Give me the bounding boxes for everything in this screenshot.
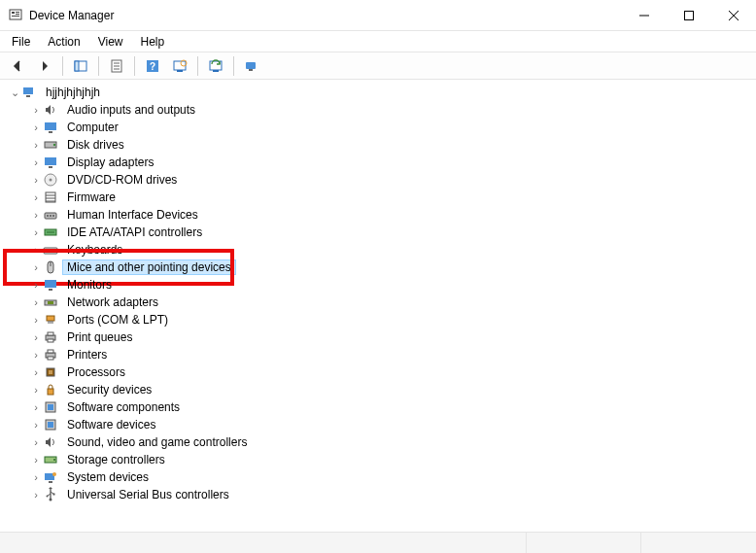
- mouse-icon: [43, 259, 58, 275]
- tree-item[interactable]: ›Audio inputs and outputs: [29, 101, 748, 119]
- expand-toggle-icon[interactable]: ⌄: [8, 86, 21, 99]
- svg-rect-58: [48, 339, 53, 342]
- chevron-right-icon[interactable]: ›: [29, 174, 43, 186]
- speaker-icon: [43, 434, 58, 450]
- chevron-right-icon[interactable]: ›: [29, 436, 43, 448]
- devices-button[interactable]: [240, 55, 263, 77]
- tree-item[interactable]: ›Mice and other pointing devices: [29, 259, 748, 276]
- svg-rect-60: [48, 350, 53, 353]
- tree-item[interactable]: ›System devices: [29, 468, 748, 486]
- chevron-right-icon[interactable]: ›: [29, 401, 43, 413]
- chevron-right-icon[interactable]: ›: [29, 244, 43, 256]
- tree-item[interactable]: ›Ports (COM & LPT): [29, 311, 748, 328]
- svg-rect-4: [12, 16, 19, 17]
- chevron-right-icon[interactable]: ›: [29, 104, 43, 116]
- computer-icon: [21, 85, 37, 100]
- minimize-button[interactable]: [622, 0, 667, 31]
- tree-item[interactable]: ›Display adapters: [29, 154, 748, 171]
- tree-item-label: Ports (COM & LPT): [62, 312, 173, 328]
- chevron-right-icon[interactable]: ›: [29, 349, 43, 361]
- chevron-right-icon[interactable]: ›: [29, 121, 43, 133]
- tree-item-label: Mice and other pointing devices: [62, 259, 236, 275]
- svg-rect-18: [177, 70, 183, 72]
- chevron-right-icon[interactable]: ›: [29, 471, 43, 483]
- menu-view[interactable]: View: [90, 33, 131, 51]
- svg-rect-31: [49, 166, 52, 168]
- close-button[interactable]: [711, 0, 756, 31]
- tree-item[interactable]: ›DVD/CD-ROM drives: [29, 171, 748, 189]
- tree-item[interactable]: ›Security devices: [29, 381, 748, 398]
- status-cell: [641, 533, 756, 553]
- tree-item[interactable]: ›Monitors: [29, 276, 748, 294]
- chevron-right-icon[interactable]: ›: [29, 419, 43, 431]
- svg-rect-30: [45, 157, 56, 165]
- properties-button[interactable]: [105, 55, 128, 77]
- tree-item-label: Computer: [62, 120, 123, 135]
- svg-rect-63: [49, 370, 52, 374]
- device-tree-panel[interactable]: ⌄ hjjhjhjhjhjh ›Audio inputs and outputs…: [0, 80, 756, 532]
- tree-item[interactable]: ›Disk drives: [29, 136, 748, 154]
- svg-rect-45: [46, 250, 48, 251]
- tree-item[interactable]: ›Software components: [29, 398, 748, 416]
- window-controls: [622, 0, 756, 31]
- tree-item[interactable]: ›Print queues: [29, 328, 748, 346]
- toolbar-sep: [98, 56, 99, 76]
- device-tree: ⌄ hjjhjhjhjhjh ›Audio inputs and outputs…: [8, 84, 748, 503]
- svg-rect-55: [47, 316, 54, 321]
- help-button[interactable]: ?: [141, 55, 164, 77]
- chevron-right-icon[interactable]: ›: [29, 139, 43, 151]
- svg-point-70: [53, 459, 55, 461]
- software-icon: [43, 399, 58, 415]
- svg-rect-51: [45, 280, 56, 288]
- tree-item[interactable]: ›Human Interface Devices: [29, 206, 748, 224]
- tree-item-label: Human Interface Devices: [62, 207, 203, 223]
- tree-item[interactable]: ›Network adapters: [29, 294, 748, 311]
- tree-item-label: Keyboards: [62, 242, 127, 258]
- chevron-right-icon[interactable]: ›: [29, 384, 43, 396]
- tree-item[interactable]: ›Keyboards: [29, 241, 748, 259]
- chevron-right-icon[interactable]: ›: [29, 296, 43, 308]
- svg-rect-21: [213, 70, 219, 72]
- tree-item-label: System devices: [62, 469, 154, 485]
- scan-hardware-button[interactable]: [168, 55, 191, 77]
- chevron-right-icon[interactable]: ›: [29, 331, 43, 343]
- chevron-right-icon[interactable]: ›: [29, 209, 43, 221]
- menu-file[interactable]: File: [4, 33, 38, 51]
- chevron-right-icon[interactable]: ›: [29, 366, 43, 378]
- maximize-button[interactable]: [667, 0, 711, 31]
- chevron-right-icon[interactable]: ›: [29, 314, 43, 326]
- svg-point-40: [50, 215, 52, 217]
- chevron-right-icon[interactable]: ›: [29, 279, 43, 291]
- tree-item-label: Sound, video and game controllers: [62, 434, 252, 450]
- tree-item[interactable]: ›Firmware: [29, 189, 748, 206]
- back-button[interactable]: [6, 55, 29, 77]
- firmware-icon: [43, 190, 58, 205]
- tree-item[interactable]: ›IDE ATA/ATAPI controllers: [29, 224, 748, 241]
- speaker-icon: [43, 102, 58, 118]
- tree-item[interactable]: ›Universal Serial Bus controllers: [29, 486, 748, 503]
- update-driver-button[interactable]: [204, 55, 227, 77]
- chevron-right-icon[interactable]: ›: [29, 489, 43, 501]
- tree-item[interactable]: ›Storage controllers: [29, 451, 748, 468]
- forward-button[interactable]: [33, 55, 56, 77]
- tree-item-label: Network adapters: [62, 294, 163, 310]
- tree-item[interactable]: ›Computer: [29, 119, 748, 136]
- tree-item-label: Security devices: [62, 382, 156, 397]
- tree-item[interactable]: ›Software devices: [29, 416, 748, 433]
- show-hide-button[interactable]: [69, 55, 92, 77]
- tree-item[interactable]: ›Processors: [29, 363, 748, 381]
- svg-rect-27: [49, 131, 52, 133]
- toolbar-sep: [134, 56, 135, 76]
- svg-rect-25: [26, 95, 30, 97]
- chevron-right-icon[interactable]: ›: [29, 226, 43, 238]
- chevron-right-icon[interactable]: ›: [29, 454, 43, 466]
- menu-help[interactable]: Help: [133, 33, 173, 51]
- monitor-icon: [43, 155, 58, 170]
- chevron-right-icon[interactable]: ›: [29, 156, 43, 168]
- tree-item[interactable]: ›Printers: [29, 346, 748, 363]
- tree-item[interactable]: ›Sound, video and game controllers: [29, 433, 748, 451]
- chevron-right-icon[interactable]: ›: [29, 191, 43, 203]
- menu-action[interactable]: Action: [40, 33, 87, 51]
- chevron-right-icon[interactable]: ›: [29, 261, 43, 273]
- computer-root-node[interactable]: ⌄ hjjhjhjhjhjh ›Audio inputs and outputs…: [8, 84, 748, 503]
